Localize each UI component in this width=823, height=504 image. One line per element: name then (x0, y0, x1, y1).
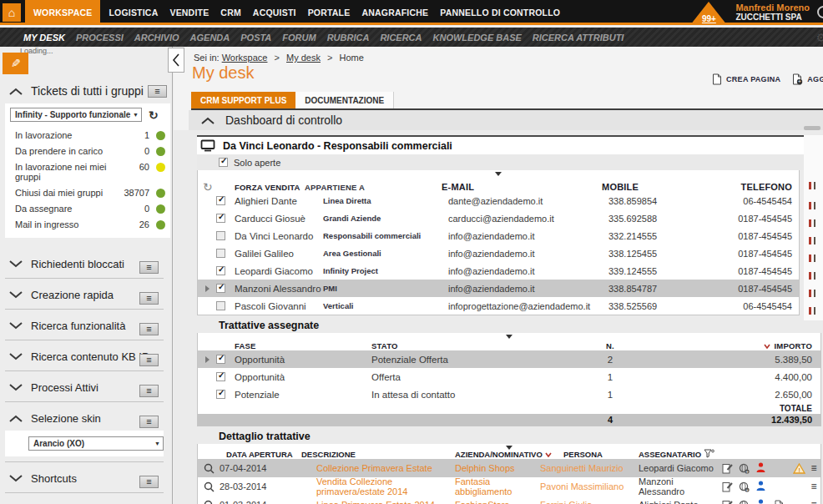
row-checkbox[interactable] (216, 301, 225, 310)
row-checkbox[interactable] (216, 196, 225, 205)
ticket-stat-row[interactable]: In lavorazione nei miei gruppi 60 (10, 159, 167, 184)
column-header-mobile[interactable]: MOBILE (590, 182, 639, 192)
row-checkbox[interactable] (216, 284, 225, 293)
panel-menu-button[interactable]: ≡ (139, 354, 159, 366)
subnav-item-archivio[interactable]: ARCHIVIO (134, 33, 179, 43)
subnav-item-forum[interactable]: FORUM (282, 33, 316, 43)
table-row[interactable]: Opportunità Offerta 1 4.400,00 (198, 368, 820, 386)
column-header-forza-vendita[interactable]: FORZA VENDITA (235, 183, 305, 192)
sidebar-item-tickets[interactable]: Tickets di tutti i gruppi ≡ (0, 80, 172, 102)
warning-icon[interactable]: ! (793, 463, 805, 474)
ticket-stat-row[interactable]: Chiusi dai miei gruppi 38707 (10, 184, 167, 200)
row-checkbox[interactable] (216, 231, 225, 240)
table-row[interactable]: Galilei Galileo Area Gestionali info@azi… (198, 244, 799, 262)
deal-company-link[interactable]: FashionStore (455, 500, 540, 504)
subnav-item-rubrica[interactable]: RUBRICA (327, 33, 370, 43)
person-icon[interactable] (752, 499, 769, 504)
ticket-stat-row[interactable]: Da assegnare 0 (10, 200, 167, 216)
globe-add-icon[interactable]: + (735, 500, 752, 504)
deal-company-link[interactable]: Fantasia abbigliamento (455, 476, 540, 496)
deal-description-link[interactable]: Vendita Collezione primavera/estate 2014 (301, 476, 455, 496)
magnifier-icon[interactable] (204, 481, 215, 492)
globe-add-icon[interactable]: + (735, 481, 752, 492)
ticket-group-select[interactable]: Infinity - Supporto funzionale ▼ (10, 108, 142, 122)
solo-aperte-checkbox[interactable] (219, 158, 228, 167)
column-header-fase[interactable]: FASE (235, 341, 371, 350)
breadcrumb-link-workspace[interactable]: Workspace (222, 53, 268, 63)
search-icon[interactable] (817, 6, 823, 18)
notifications-badge[interactable]: 99+ (690, 2, 727, 25)
magnifier-icon[interactable] (204, 463, 215, 474)
person-icon[interactable] (752, 481, 769, 492)
deal-person-link[interactable]: Pavoni Massimiliano (540, 481, 639, 491)
panel-menu-button[interactable]: ≡ (139, 261, 159, 274)
crea-pagina-button[interactable]: CREA PAGINA (712, 73, 780, 85)
sidebar-item-calendario[interactable]: Calendario ≡ (5, 498, 164, 504)
row-checkbox[interactable] (216, 355, 225, 364)
column-header-n[interactable]: N. (580, 341, 640, 350)
row-menu-icon[interactable]: ≡ (807, 481, 820, 492)
column-header-azienda-nominativo[interactable]: AZIENDA/NOMINATIVO (455, 450, 540, 459)
expand-row-icon[interactable] (205, 356, 210, 363)
column-header-data-apertura[interactable]: DATA APERTURA (220, 450, 301, 459)
panel-menu-button[interactable]: ≡ (139, 416, 159, 428)
table-row[interactable]: Manzoni Alessandro PMI info@aziendademo.… (198, 280, 799, 297)
column-header-persona[interactable]: PERSONA (540, 450, 639, 459)
column-header-descrizione[interactable]: DESCRIZIONE (301, 450, 455, 459)
table-row[interactable]: Alighieri Dante Linea Diretta dante@azie… (198, 192, 799, 209)
user-info[interactable]: Manfredi Moreno ZUCCHETTI SPA (735, 3, 810, 23)
row-menu-icon[interactable]: ≡ (807, 499, 820, 504)
table-collapse-icon[interactable] (506, 335, 512, 339)
sidebar-item-selezione-skin[interactable]: Selezione skin ≡ (5, 407, 164, 429)
expand-row-icon[interactable] (205, 285, 210, 292)
panel-menu-button[interactable]: ≡ (139, 385, 159, 397)
deal-person-link[interactable]: Ferrini Giulia (540, 500, 639, 504)
deal-person-link[interactable]: Sanguinetti Maurizio (540, 463, 639, 473)
row-menu-icon[interactable]: ≡ (807, 462, 820, 474)
aggiungi-pagina-button[interactable]: + AGGIUNGI PAGI (792, 73, 823, 85)
row-checkbox[interactable] (216, 372, 225, 381)
edit-icon[interactable] (719, 500, 735, 504)
sidebar-item-ricerca-funzionalita[interactable]: Ricerca funzionalità ≡ (5, 315, 164, 336)
table-row[interactable]: 01-03-2014 Linea Primavera Estate 2014 F… (198, 496, 820, 504)
sidebar-item-shortcuts[interactable]: Shortcuts ≡ (5, 467, 164, 489)
row-checkbox[interactable] (216, 214, 225, 223)
edit-icon[interactable] (719, 463, 735, 474)
scrollbar-thumb[interactable] (804, 126, 820, 130)
column-header-email[interactable]: E-MAIL (430, 182, 590, 192)
subnav-item-ricerca-attributi[interactable]: RICERCA ATTRIBUTI (533, 33, 624, 43)
menu-item-crm[interactable]: CRM (215, 8, 247, 25)
panel-menu-button[interactable]: ≡ (139, 292, 159, 305)
subnav-item-posta[interactable]: POSTA (240, 33, 271, 43)
menu-item-pannello-di-controllo[interactable]: PANNELLO DI CONTROLLO (434, 8, 566, 25)
sidebar-item-processi-attivi[interactable]: Processi Attivi ≡ (5, 376, 164, 398)
subnav-item-agenda[interactable]: AGENDA (190, 33, 230, 43)
panel-menu-button[interactable]: ≡ (139, 323, 159, 335)
person-icon[interactable] (752, 462, 769, 474)
table-row[interactable]: Da Vinci Leonardo Responsabili commercia… (198, 227, 799, 244)
magnifier-icon[interactable] (204, 500, 215, 504)
tab-documentazione[interactable]: DOCUMENTAZIONE (295, 92, 394, 108)
home-icon[interactable]: ⌂ (3, 3, 21, 22)
menu-item-acquisti[interactable]: ACQUISTI (247, 8, 302, 25)
table-row[interactable]: Opportunità Potenziale Offerta 2 5.389,5… (198, 350, 820, 368)
skin-select[interactable]: Arancio (XO) ▼ (28, 436, 164, 451)
edit-icon[interactable] (719, 481, 735, 492)
column-header-appartiene-a[interactable]: APPARTIENE A (305, 183, 430, 192)
column-header-telefono[interactable]: TELEFONO (639, 182, 799, 192)
tab-crm-support-plus[interactable]: CRM SUPPORT PLUS (191, 92, 295, 108)
panel-menu-button[interactable]: ≡ (148, 85, 167, 98)
sidebar-item-ricerca-contenuto-kb-ip[interactable]: Ricerca contenuto KB IP ≡ (5, 345, 164, 367)
sidebar-collapse-button[interactable] (168, 48, 184, 73)
subnav-item-my-desk[interactable]: MY DESK (23, 33, 65, 43)
column-header-stato[interactable]: STATO (371, 341, 580, 350)
row-checkbox[interactable] (216, 266, 225, 275)
table-collapse-icon[interactable] (506, 446, 512, 450)
table-row[interactable]: Leopardi Giacomo Infinity Project info@a… (198, 262, 799, 280)
menu-item-vendite[interactable]: VENDITE (164, 8, 215, 25)
column-header-assegnatario[interactable]: ASSEGNATARIO (639, 449, 719, 459)
refresh-icon[interactable]: ↻ (149, 109, 159, 121)
sidebar-item-creazione-rapida[interactable]: Creazione rapida ≡ (5, 284, 164, 305)
menu-item-logistica[interactable]: LOGISTICA (103, 8, 164, 25)
table-row[interactable]: Potenziale In attesa di contatto 1 2.650… (198, 386, 820, 403)
